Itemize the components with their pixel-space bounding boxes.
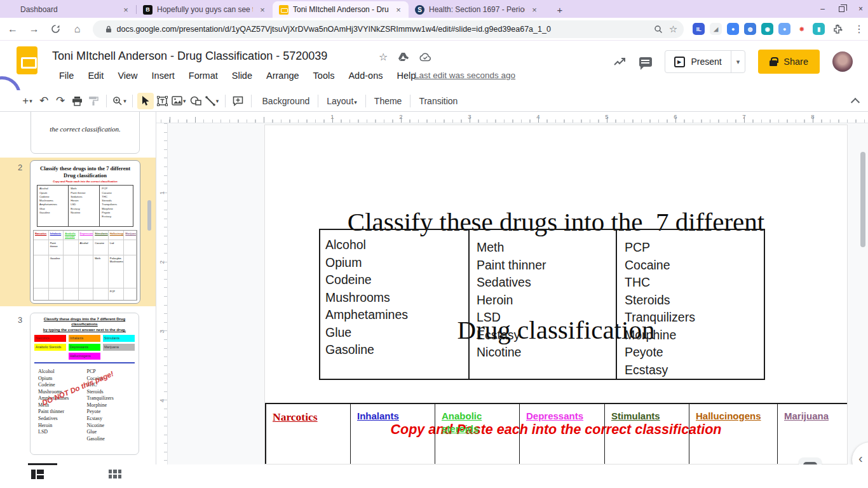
insert-shape-button[interactable] (187, 93, 204, 109)
classification-header-cell[interactable]: Narcotics (266, 404, 351, 464)
select-tool-button[interactable] (137, 93, 154, 109)
paint-format-button[interactable] (85, 93, 102, 109)
zoom-button[interactable]: ▾ (111, 93, 128, 109)
url-bar[interactable]: docs.google.com/presentation/d/1yQAZ57Vj… (93, 20, 684, 38)
user-avatar[interactable] (832, 51, 853, 72)
zoom-page-icon[interactable] (654, 25, 663, 34)
lock-icon[interactable] (105, 25, 112, 33)
restore-button[interactable] (839, 6, 844, 12)
save-status-cloud-icon[interactable] (419, 53, 431, 62)
grid-view-button[interactable] (109, 470, 121, 478)
drug-item[interactable]: Glue (325, 324, 468, 342)
drug-item[interactable]: Opium (325, 254, 468, 272)
background-button[interactable]: Background (256, 93, 316, 109)
forward-button[interactable]: → (25, 20, 43, 38)
last-edit-status[interactable]: Last edit was seconds ago (414, 71, 515, 80)
present-button[interactable]: ▶ Present ▾ (665, 50, 746, 73)
reload-button[interactable] (47, 20, 65, 38)
insert-image-button[interactable]: ▾ (170, 93, 187, 109)
home-button[interactable]: ⌂ (69, 20, 86, 38)
extension-icon[interactable]: IL (693, 23, 705, 35)
tab-dashboard[interactable]: Dashboard × (0, 1, 136, 18)
drug-item[interactable]: Meth (477, 239, 616, 257)
redo-button[interactable]: ↷ (52, 93, 69, 109)
drug-item[interactable]: Gasoline (325, 341, 468, 359)
theme-button[interactable]: Theme (368, 93, 409, 109)
menu-item[interactable]: Slide (226, 69, 258, 83)
drug-item[interactable]: Mushrooms (325, 289, 468, 307)
menu-item[interactable]: Format (183, 69, 224, 83)
activity-dashboard-icon[interactable] (614, 57, 627, 67)
extension-icon[interactable]: ● (727, 23, 739, 35)
drug-item[interactable]: Steroids (625, 292, 764, 309)
drug-item[interactable]: Ecstasy (625, 362, 764, 379)
drug-item[interactable]: Alcohol (325, 236, 468, 254)
document-title[interactable]: Toni MItchell Anderson - Drug Classifica… (52, 50, 327, 63)
drug-item[interactable]: Amphetamines (325, 306, 468, 324)
tab-close-icon[interactable]: × (257, 5, 268, 15)
tab-health[interactable]: S Health: Section 1697 - Period 1 × (409, 1, 545, 18)
transition-button[interactable]: Transition (412, 93, 464, 109)
drug-item[interactable]: THC (625, 274, 764, 292)
tab-close-icon[interactable]: × (529, 5, 539, 15)
menu-item[interactable]: View (112, 69, 143, 83)
drug-item[interactable]: LSD (477, 309, 616, 327)
menu-item[interactable]: Add-ons (342, 69, 388, 83)
classification-header-cell[interactable]: Marijuana (778, 404, 847, 464)
slide-canvas[interactable]: Classify these drugs into the 7 differen… (264, 125, 848, 464)
new-tab-button[interactable]: + (552, 4, 567, 15)
extension-icon[interactable]: ◉ (761, 23, 773, 35)
classification-header-cell[interactable]: Anabolic steroids (435, 404, 520, 464)
browser-menu-icon[interactable]: ⋮ (850, 20, 868, 38)
insert-comment-button[interactable] (230, 93, 247, 109)
tab-hopefully[interactable]: B Hopefully you guys can see this × (137, 1, 273, 18)
slide-filmstrip[interactable]: the correct classification. 2 Classify t… (0, 112, 156, 464)
drug-item[interactable]: Morphine (625, 327, 764, 344)
drug-item[interactable]: Nicotine (477, 344, 616, 362)
share-button[interactable]: Share (758, 50, 820, 74)
comment-history-icon[interactable] (639, 57, 652, 67)
classification-header-cell[interactable]: Hallucinogens (689, 404, 778, 464)
extensions-puzzle-icon[interactable] (829, 20, 846, 38)
drug-item[interactable]: Sedatives (477, 274, 616, 292)
menu-item[interactable]: Arrange (261, 69, 305, 83)
url-text[interactable]: docs.google.com/presentation/d/1yQAZ57Vj… (117, 25, 648, 34)
menu-item[interactable]: File (53, 69, 79, 83)
extension-icon[interactable]: ◢ (710, 23, 722, 35)
minimize-button[interactable]: – (820, 4, 825, 13)
bookmark-star-icon[interactable]: ☆ (669, 24, 677, 35)
tab-close-icon[interactable]: × (393, 5, 403, 15)
drug-item[interactable]: Ecstasy (477, 327, 616, 344)
classification-header-cell[interactable]: Depressants (520, 404, 605, 464)
drug-item[interactable]: Tranquilizers (625, 309, 764, 327)
extension-icon[interactable]: ❋ (796, 23, 808, 35)
classification-table[interactable]: NarcoticsInhalantsAnabolic steroidsDepre… (265, 403, 848, 464)
slide-2-thumbnail[interactable]: Classify these drugs into the 7 differen… (30, 160, 140, 304)
drug-item[interactable]: Paint thinner (477, 257, 616, 274)
hide-menus-chevron[interactable] (851, 97, 859, 105)
menu-item[interactable]: Insert (146, 69, 180, 83)
print-button[interactable] (69, 93, 85, 109)
move-to-drive-icon[interactable] (398, 52, 409, 62)
extension-icon[interactable]: ▮ (813, 23, 825, 35)
canvas-vertical-scrollbar[interactable] (860, 152, 865, 247)
drug-source-box[interactable]: AlcoholOpiumCodeineMushroomsAmphetamines… (319, 229, 765, 380)
filmstrip-scrollbar[interactable] (147, 200, 151, 231)
classification-header-cell[interactable]: Inhalants (351, 404, 435, 464)
slide-1-thumbnail[interactable]: the correct classification. (31, 112, 140, 154)
undo-button[interactable]: ↶ (36, 93, 52, 109)
drug-item[interactable]: PCP (625, 239, 764, 257)
slides-app-icon[interactable] (17, 46, 37, 74)
menu-item[interactable]: Tools (308, 69, 341, 83)
classification-header-cell[interactable]: Stimulants (605, 404, 689, 464)
layout-button[interactable]: Layout▾ (320, 93, 363, 109)
present-dropdown[interactable]: ▾ (731, 51, 745, 72)
extension-icon[interactable]: ◍ (744, 23, 756, 35)
tab-close-icon[interactable]: × (121, 5, 131, 15)
menu-item[interactable]: Edit (82, 69, 109, 83)
back-button[interactable]: ← (4, 20, 22, 38)
drug-item[interactable]: Cocaine (625, 257, 764, 274)
slide-3-thumbnail[interactable]: Classify these drugs into the 7 differen… (30, 313, 139, 455)
extension-icon[interactable]: ● (778, 23, 790, 35)
drug-item[interactable]: Peyote (625, 344, 764, 362)
